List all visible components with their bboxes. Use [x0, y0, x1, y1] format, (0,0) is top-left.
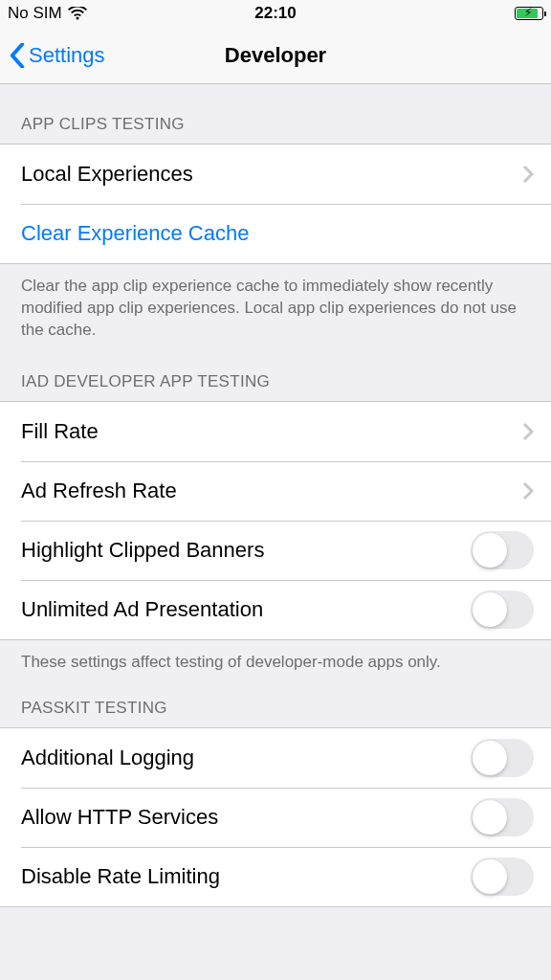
row-fill-rate[interactable]: Fill Rate	[0, 402, 551, 461]
section-footer-iad: These settings affect testing of develop…	[0, 640, 551, 681]
cell-label: Clear Experience Cache	[21, 221, 249, 246]
cell-label: Highlight Clipped Banners	[21, 538, 264, 563]
toggle-highlight-clipped-banners[interactable]	[471, 531, 534, 569]
status-right: ⚡︎	[515, 7, 543, 20]
back-label: Settings	[29, 43, 105, 68]
toggle-disable-rate-limiting[interactable]	[471, 858, 534, 896]
cell-label: Fill Rate	[21, 419, 99, 444]
section-appclips: Local Experiences Clear Experience Cache	[0, 144, 551, 264]
section-header-iad: IAD DEVELOPER APP TESTING	[0, 349, 551, 401]
cell-label: Ad Refresh Rate	[21, 479, 177, 503]
cell-label: Allow HTTP Services	[21, 805, 218, 830]
row-local-experiences[interactable]: Local Experiences	[0, 145, 551, 204]
toggle-additional-logging[interactable]	[471, 739, 534, 777]
status-time: 22:10	[254, 4, 296, 23]
section-passkit: Additional Logging Allow HTTP Services D…	[0, 727, 551, 907]
status-bar: No SIM 22:10 ⚡︎	[0, 0, 551, 27]
row-additional-logging: Additional Logging	[0, 728, 551, 788]
status-left: No SIM	[8, 4, 87, 23]
row-ad-refresh-rate[interactable]: Ad Refresh Rate	[0, 461, 551, 521]
back-button[interactable]: Settings	[10, 43, 105, 68]
carrier-text: No SIM	[8, 4, 62, 23]
cell-label: Disable Rate Limiting	[21, 864, 220, 889]
cell-label: Unlimited Ad Presentation	[21, 597, 263, 622]
page-title: Developer	[225, 43, 326, 68]
row-allow-http-services: Allow HTTP Services	[0, 788, 551, 847]
chevron-right-icon	[522, 165, 534, 184]
chevron-left-icon	[10, 43, 25, 68]
nav-bar: Settings Developer	[0, 27, 551, 84]
section-footer-appclips: Clear the app clip experience cache to i…	[0, 264, 551, 349]
row-clear-experience-cache[interactable]: Clear Experience Cache	[0, 204, 551, 263]
row-highlight-clipped-banners: Highlight Clipped Banners	[0, 521, 551, 580]
toggle-allow-http-services[interactable]	[471, 798, 534, 836]
battery-icon: ⚡︎	[515, 7, 543, 20]
chevron-right-icon	[522, 422, 534, 441]
section-header-passkit: PASSKIT TESTING	[0, 681, 551, 727]
toggle-unlimited-ad-presentation[interactable]	[471, 590, 534, 629]
cell-label: Local Experiences	[21, 162, 193, 187]
row-unlimited-ad-presentation: Unlimited Ad Presentation	[0, 580, 551, 639]
cell-label: Additional Logging	[21, 746, 194, 770]
wifi-icon	[68, 7, 87, 21]
row-disable-rate-limiting: Disable Rate Limiting	[0, 847, 551, 906]
chevron-right-icon	[522, 481, 534, 501]
section-iad: Fill Rate Ad Refresh Rate Highlight Clip…	[0, 401, 551, 640]
section-header-appclips: APP CLIPS TESTING	[0, 84, 551, 144]
